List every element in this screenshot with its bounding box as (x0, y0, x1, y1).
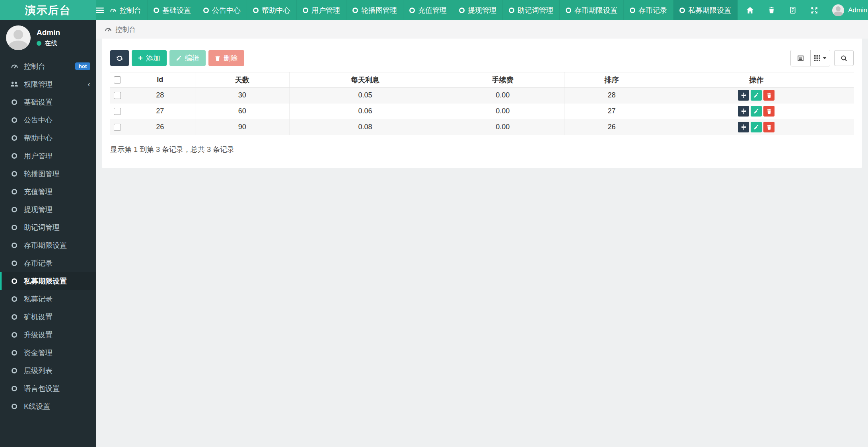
topbar-tab-轮播图管理[interactable]: 轮播图管理 (346, 0, 403, 20)
pencil-icon (753, 93, 759, 98)
topbar-tab-label: 控制台 (120, 6, 141, 15)
topbar-tab-助记词管理[interactable]: 助记词管理 (503, 0, 560, 20)
sidebar-item-帮助中心[interactable]: 帮助中心 (0, 129, 96, 147)
move-button[interactable] (738, 122, 749, 132)
row-checkbox[interactable] (114, 124, 121, 131)
row-checkbox[interactable] (114, 92, 121, 99)
sidebar-item-语言包设置[interactable]: 语言包设置 (0, 379, 96, 397)
home-icon[interactable] (746, 6, 754, 14)
delete-row-button[interactable] (763, 106, 775, 117)
topbar-tab-label: 助记词管理 (518, 6, 553, 15)
sidebar-toggle-button[interactable] (96, 0, 104, 20)
circle-icon (154, 8, 159, 13)
topbar-tab-帮助中心[interactable]: 帮助中心 (247, 0, 297, 20)
topbar-tab-存币记录[interactable]: 存币记录 (624, 0, 673, 20)
topbar-tab-用户管理[interactable]: 用户管理 (297, 0, 346, 20)
user-menu[interactable]: Admin (832, 4, 867, 16)
sidebar-item-K线设置[interactable]: K线设置 (0, 397, 96, 415)
sidebar-item-用户管理[interactable]: 用户管理 (0, 147, 96, 165)
circle-icon (303, 8, 308, 13)
delete-row-button[interactable] (763, 122, 775, 132)
trash-icon (215, 55, 220, 61)
avatar (6, 25, 31, 50)
sidebar-item-基础设置[interactable]: 基础设置 (0, 93, 96, 111)
sidebar-item-label: 语言包设置 (24, 384, 60, 393)
sidebar-item-矿机设置[interactable]: 矿机设置 (0, 308, 96, 326)
columns-button[interactable] (810, 50, 830, 66)
sidebar-item-升级设置[interactable]: 升级设置 (0, 326, 96, 344)
move-button[interactable] (738, 90, 749, 101)
delete-row-button[interactable] (763, 90, 775, 101)
sidebar-item-label: 升级设置 (24, 330, 53, 340)
delete-button-label: 删除 (224, 53, 238, 63)
topbar-tab-充值管理[interactable]: 充值管理 (403, 0, 453, 20)
cell-id: 26 (125, 119, 195, 135)
sidebar-item-控制台[interactable]: 控制台 hot (0, 57, 96, 75)
topbar-tab-私募期限设置[interactable]: 私募期限设置 (673, 0, 738, 20)
online-dot-icon (37, 41, 41, 46)
list-view-button[interactable] (791, 50, 810, 66)
toolbar: + 添加 编辑 删除 (110, 50, 854, 66)
sidebar-item-label: 私募期限设置 (24, 276, 67, 286)
column-header-days: 天数 (195, 72, 289, 87)
search-icon (841, 55, 847, 62)
view-toggle-group (790, 50, 830, 66)
circle-icon (253, 8, 259, 13)
cell-id: 28 (125, 87, 195, 103)
topbar-tab-存币期限设置[interactable]: 存币期限设置 (560, 0, 624, 20)
fullscreen-icon[interactable] (811, 7, 818, 14)
move-button[interactable] (738, 106, 749, 117)
add-button[interactable]: + 添加 (132, 50, 167, 66)
circle-icon (10, 243, 18, 248)
sidebar-user-status[interactable]: 在线 (37, 39, 60, 48)
sidebar-item-label: 权限管理 (24, 80, 53, 89)
sidebar-item-充值管理[interactable]: 充值管理 (0, 183, 96, 200)
sidebar-item-label: 资金管理 (24, 348, 53, 358)
sidebar-item-私募期限设置[interactable]: 私募期限设置 (0, 272, 96, 290)
move-icon (741, 108, 747, 114)
search-button[interactable] (834, 50, 854, 66)
topbar-tab-基础设置[interactable]: 基础设置 (148, 0, 197, 20)
sidebar-item-轮播图管理[interactable]: 轮播图管理 (0, 165, 96, 183)
sidebar-item-label: 充值管理 (24, 187, 53, 196)
sidebar-item-层级列表[interactable]: 层级列表 (0, 361, 96, 379)
edit-row-button[interactable] (751, 90, 762, 101)
topbar-tab-控制台[interactable]: 控制台 (104, 0, 148, 20)
toolbar-right (790, 50, 854, 66)
refresh-button[interactable] (110, 50, 129, 66)
sidebar-user-status-label: 在线 (45, 39, 57, 48)
sidebar-item-权限管理[interactable]: 权限管理 ‹ (0, 75, 96, 93)
sidebar-item-资金管理[interactable]: 资金管理 (0, 344, 96, 361)
edit-row-button[interactable] (751, 106, 762, 117)
sidebar-item-存币记录[interactable]: 存币记录 (0, 254, 96, 272)
sidebar-item-私募记录[interactable]: 私募记录 (0, 290, 96, 308)
edit-button[interactable]: 编辑 (169, 50, 206, 66)
topbar-tab-label: 存币期限设置 (574, 6, 617, 15)
circle-icon (10, 135, 18, 141)
trash-icon[interactable] (768, 6, 775, 14)
circle-icon (566, 8, 571, 13)
move-icon (741, 124, 747, 130)
delete-button[interactable]: 删除 (208, 50, 244, 66)
select-all-checkbox[interactable] (114, 76, 121, 84)
table-row: 26 90 0.08 0.00 26 (110, 119, 854, 135)
row-checkbox[interactable] (114, 108, 121, 115)
avatar (832, 4, 844, 16)
sidebar-item-存币期限设置[interactable]: 存币期限设置 (0, 236, 96, 254)
column-header-sort: 排序 (564, 72, 659, 87)
topbar-tab-公告中心[interactable]: 公告中心 (197, 0, 247, 20)
topbar-tab-提现管理[interactable]: 提现管理 (453, 0, 503, 20)
cell-days: 60 (195, 103, 289, 119)
edit-row-button[interactable] (751, 122, 762, 132)
circle-icon (10, 350, 18, 356)
sidebar-item-提现管理[interactable]: 提现管理 (0, 200, 96, 218)
circle-icon (352, 8, 358, 13)
sidebar-item-公告中心[interactable]: 公告中心 (0, 111, 96, 129)
sidebar-item-label: 存币期限设置 (24, 241, 67, 250)
circle-icon (10, 225, 18, 230)
cell-fee: 0.00 (441, 87, 564, 103)
document-icon[interactable] (789, 6, 796, 14)
sidebar-item-助记词管理[interactable]: 助记词管理 (0, 218, 96, 236)
sidebar-menu: 控制台 hot 权限管理 ‹ 基础设置 公告中心 帮助中心 (0, 57, 96, 415)
user-menu-label: Admin (848, 6, 867, 14)
